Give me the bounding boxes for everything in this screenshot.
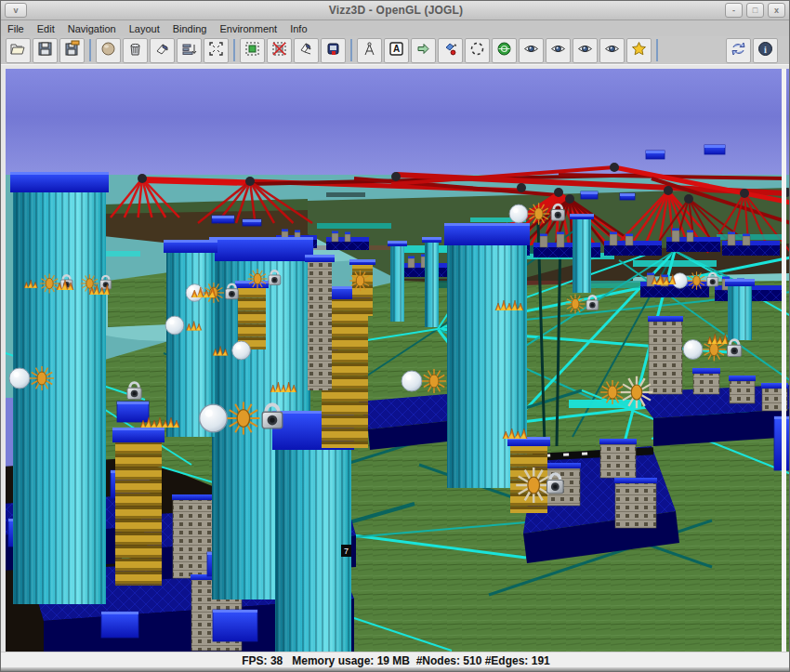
fit-view-button[interactable] (204, 38, 229, 63)
viewport-frame: 7 (1, 64, 790, 652)
visibility-eye-2-button[interactable] (546, 38, 571, 63)
menu-file[interactable]: File (1, 22, 31, 35)
toolbar-separator (89, 39, 91, 61)
window-title: Vizz3D - OpenGL (JOGL) (1, 4, 790, 17)
toolbar-separator (233, 39, 235, 61)
visibility-eye-4-icon (603, 40, 621, 61)
sync-refresh-icon (730, 40, 747, 61)
visibility-eye-4-button[interactable] (599, 38, 625, 63)
sort-layers-icon (180, 40, 198, 61)
svg-text:A: A (393, 44, 400, 54)
notebook-button[interactable] (321, 38, 346, 63)
toolbar-separator (656, 39, 658, 61)
scene-3d-viewport[interactable]: 7 (6, 69, 790, 652)
menu-environment[interactable]: Environment (213, 22, 283, 35)
eraser-button[interactable] (150, 38, 175, 63)
trash-icon (126, 40, 144, 61)
notebook-icon (324, 40, 342, 61)
menu-navigation[interactable]: Navigation (61, 22, 123, 35)
move-node-icon (441, 40, 459, 61)
globe-refresh-icon (495, 40, 513, 61)
svg-text:i: i (764, 44, 767, 54)
lasso-select-button[interactable] (465, 38, 490, 63)
compass-tool-icon (361, 40, 378, 61)
favorite-star-button[interactable] (626, 38, 652, 63)
svg-text:7: 7 (344, 547, 349, 556)
visibility-eye-1-icon (522, 40, 540, 61)
visibility-eye-2-icon (549, 40, 567, 61)
info-icon: i (757, 40, 774, 61)
info-button[interactable]: i (753, 38, 778, 63)
trash-button[interactable] (123, 38, 148, 63)
minimize-button[interactable]: - (725, 3, 743, 18)
toolbar-separator (350, 39, 352, 61)
forward-arrow-button[interactable] (411, 38, 436, 63)
globe-refresh-button[interactable] (492, 38, 517, 63)
status-bar: FPS: 38 Memory usage: 19 MB #Nodes: 510 … (1, 652, 790, 668)
visibility-eye-3-icon (576, 40, 594, 61)
sphere-node-button[interactable] (96, 38, 121, 63)
visibility-eye-3-button[interactable] (573, 38, 598, 63)
sync-refresh-button[interactable] (726, 38, 751, 63)
menu-binding[interactable]: Binding (166, 22, 214, 35)
menu-info[interactable]: Info (283, 22, 313, 35)
save-as-button[interactable] (59, 38, 85, 63)
window-bottom-edge (1, 667, 790, 672)
sort-layers-button[interactable] (177, 38, 202, 63)
right-window-edge-line (782, 69, 786, 652)
label-a-icon: A (388, 40, 405, 61)
status-text: FPS: 38 Memory usage: 19 MB #Nodes: 510 … (242, 654, 549, 667)
save-as-icon (63, 40, 81, 61)
wipe-node-button[interactable] (294, 38, 319, 63)
app-window: v Vizz3D - OpenGL (JOGL) - □ x FileEditN… (0, 0, 790, 672)
fit-view-icon (207, 40, 225, 61)
open-folder-icon (9, 40, 27, 61)
favorite-star-icon (630, 40, 648, 61)
toolbar: Ai (1, 36, 790, 64)
visibility-eye-1-button[interactable] (519, 38, 544, 63)
compass-tool-button[interactable] (357, 38, 382, 63)
menu-edit[interactable]: Edit (31, 22, 61, 35)
forward-arrow-icon (415, 40, 432, 61)
lasso-select-icon (468, 40, 486, 61)
wipe-node-icon (297, 40, 315, 61)
maximize-button[interactable]: □ (746, 3, 764, 18)
save-icon (36, 40, 54, 61)
title-bar[interactable]: v Vizz3D - OpenGL (JOGL) - □ x (1, 1, 790, 20)
menu-layout[interactable]: Layout (123, 22, 166, 35)
close-button[interactable]: x (768, 3, 785, 18)
save-button[interactable] (33, 38, 58, 63)
opengl-viewport[interactable]: 7 (6, 69, 790, 652)
add-node-icon (244, 40, 261, 61)
eraser-icon (153, 40, 171, 61)
remove-node-icon (270, 40, 288, 61)
label-a-button[interactable]: A (384, 38, 409, 63)
move-node-button[interactable] (438, 38, 463, 63)
sphere-node-icon (99, 40, 117, 61)
remove-node-button[interactable] (267, 38, 292, 63)
menu-bar: FileEditNavigationLayoutBindingEnvironme… (1, 20, 790, 36)
add-node-button[interactable] (240, 38, 265, 63)
open-folder-button[interactable] (6, 38, 31, 63)
